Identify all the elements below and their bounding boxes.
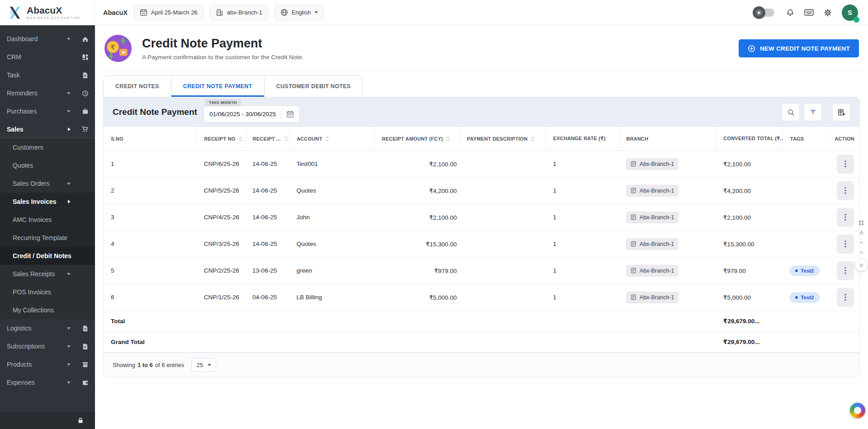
sidebar-item-my-collections[interactable]: My Collections bbox=[0, 301, 95, 319]
sidebar-item-customers[interactable]: Customers bbox=[0, 138, 95, 156]
column-header-action: ACTION bbox=[827, 127, 859, 151]
sidebar-item-subscriptions[interactable]: Subscriptions bbox=[0, 337, 95, 355]
chevron-right-icon bbox=[68, 127, 72, 131]
sidebar-item-logistics[interactable]: Logistics bbox=[0, 319, 95, 337]
tag-label: Test2 bbox=[801, 268, 814, 273]
logo-mark-icon bbox=[7, 5, 23, 20]
table-settings-icon bbox=[838, 108, 845, 116]
scroll-up-button[interactable] bbox=[859, 240, 864, 245]
row-actions-button[interactable] bbox=[837, 235, 854, 254]
filter-bar: Credit Note Payment THIS MONTH 01/06/202… bbox=[104, 97, 859, 127]
sidebar-item-purchases[interactable]: Purchases bbox=[0, 102, 95, 120]
page-header: ₹ Credit Note Payment A Payment confirma… bbox=[103, 25, 860, 71]
branch-building-icon bbox=[631, 294, 636, 300]
column-header-account[interactable]: ACCOUNT bbox=[289, 127, 374, 151]
sidebar-item-sales-receipts[interactable]: Sales Receipts bbox=[0, 265, 95, 283]
chevron-down-icon bbox=[67, 363, 71, 368]
sidebar-item-reminders[interactable]: Reminders bbox=[0, 84, 95, 102]
branch-chip: Abx-Branch-1 bbox=[626, 212, 678, 223]
app-logo[interactable]: AbacuX BUSINESS ACCOUNTING bbox=[0, 0, 95, 25]
branch-selector[interactable]: abx-Branch-1 bbox=[210, 5, 268, 20]
sidebar-item-dashboard[interactable]: Dashboard bbox=[0, 30, 95, 48]
row-actions-button[interactable] bbox=[837, 155, 854, 174]
row-actions-button[interactable] bbox=[837, 181, 854, 200]
column-header-converted-total: CONVERTED TOTAL (₹... bbox=[716, 127, 783, 151]
sidebar-item-credit-debit-notes[interactable]: Credit / Debit Notes bbox=[0, 247, 95, 265]
scroll-bottom-button[interactable] bbox=[855, 259, 867, 271]
sidebar-item-products[interactable]: Products bbox=[0, 355, 95, 373]
user-avatar[interactable]: S bbox=[842, 5, 858, 21]
sidebar-item-label: Reminders bbox=[7, 90, 38, 97]
table-header-row: S.NORECEIPT NORECEIPT ...ACCOUNTRECEIPT … bbox=[104, 127, 859, 151]
sidebar-item-expenses[interactable]: Expenses bbox=[0, 373, 95, 391]
sidebar-item-label: Sales Invoices bbox=[13, 198, 57, 205]
file-icon bbox=[82, 343, 89, 350]
sidebar-item-sales-invoices[interactable]: Sales Invoices bbox=[0, 193, 95, 211]
sidebar-item-label: Logistics bbox=[7, 325, 31, 332]
sort-arrows-icon bbox=[446, 136, 450, 142]
chevron-down-icon bbox=[67, 110, 71, 114]
search-icon bbox=[787, 108, 795, 116]
sidebar-item-label: Quotes bbox=[13, 162, 33, 169]
notifications-bell-icon[interactable] bbox=[786, 9, 794, 17]
column-header-tags: TAGS bbox=[783, 127, 827, 151]
sidebar-item-label: POS Invoices bbox=[13, 288, 51, 296]
table-footer: Showing 1 to 6 of 6 entries 25 bbox=[104, 353, 859, 377]
language-selector[interactable]: English bbox=[275, 5, 324, 20]
sidebar-menu: DashboardCRMTaskRemindersPurchasesSalesC… bbox=[0, 25, 95, 412]
sidebar-item-sales[interactable]: Sales bbox=[0, 120, 95, 138]
file-icon bbox=[82, 72, 89, 79]
grid-handle-icon[interactable] bbox=[859, 220, 864, 226]
branch-chip-label: Abx-Branch-1 bbox=[640, 241, 674, 247]
column-header-receipt[interactable]: RECEIPT ... bbox=[245, 127, 289, 151]
scroll-down-button[interactable] bbox=[859, 250, 864, 255]
date-range-picker[interactable]: THIS MONTH 01/06/2025 - 30/06/2025 bbox=[204, 105, 300, 123]
sidebar-item-quotes[interactable]: Quotes bbox=[0, 156, 95, 174]
scroll-top-button[interactable] bbox=[859, 230, 864, 236]
column-header-receipt-amount-fcy[interactable]: RECEIPT AMOUNT (FCY) bbox=[374, 127, 460, 151]
row-actions-button[interactable] bbox=[837, 288, 854, 307]
column-header-receipt-no[interactable]: RECEIPT NO bbox=[197, 127, 245, 151]
sidebar-item-task[interactable]: Task bbox=[0, 66, 95, 84]
sidebar-item-label: Dashboard bbox=[7, 35, 38, 42]
sidebar-item-recurring-template[interactable]: Recurring Template bbox=[0, 229, 95, 247]
grand-total-row-value: ₹29,679.00... bbox=[716, 331, 783, 352]
total-row: Total₹29,679.00... bbox=[104, 311, 859, 331]
sidebar-item-amc-invoices[interactable]: AMC Invoices bbox=[0, 211, 95, 229]
online-status-dot bbox=[854, 17, 859, 23]
column-header-branch: BRANCH bbox=[619, 127, 716, 151]
sidebar-item-sales-orders[interactable]: Sales Orders bbox=[0, 174, 95, 193]
branch-chip-label: Abx-Branch-1 bbox=[640, 188, 674, 194]
sidebar-item-label: Task bbox=[7, 71, 20, 79]
sidebar-item-pos-invoices[interactable]: POS Invoices bbox=[0, 283, 95, 301]
briefcase-icon bbox=[82, 108, 89, 115]
tab-customer-debit-notes[interactable]: CUSTOMER DEBIT NOTES bbox=[265, 76, 363, 97]
range-preset-badge: THIS MONTH bbox=[205, 99, 241, 106]
page-size-select[interactable]: 25 bbox=[191, 358, 216, 372]
row-actions-button[interactable] bbox=[837, 208, 854, 227]
building-icon bbox=[216, 9, 223, 16]
lock-icon[interactable] bbox=[77, 417, 84, 424]
branch-chip: Abx-Branch-1 bbox=[626, 265, 678, 277]
column-header-payment-description[interactable]: PAYMENT DESCRIPTION bbox=[460, 127, 546, 151]
sort-arrows-icon bbox=[284, 136, 288, 142]
settings-gear-icon[interactable] bbox=[824, 9, 832, 17]
sidebar-item-crm[interactable]: CRM bbox=[0, 48, 95, 66]
branch-chip-label: Abx-Branch-1 bbox=[640, 294, 674, 301]
search-button[interactable] bbox=[782, 103, 800, 121]
keyboard-shortcuts-icon[interactable] bbox=[804, 9, 814, 16]
filter-button[interactable] bbox=[804, 103, 822, 121]
column-settings-button[interactable] bbox=[832, 103, 850, 121]
column-header-s-no: S.NO bbox=[104, 127, 197, 151]
cart-icon bbox=[81, 126, 89, 133]
floating-brand-bubble[interactable] bbox=[850, 403, 865, 418]
main-content: ₹ Credit Note Payment A Payment confirma… bbox=[95, 25, 868, 429]
sort-arrows-icon bbox=[325, 136, 329, 142]
theme-toggle[interactable] bbox=[754, 9, 774, 17]
fiscal-year-selector[interactable]: FY April 25-March 26 bbox=[134, 5, 204, 20]
sidebar-bottom-bar bbox=[0, 412, 95, 429]
tab-credit-note-payment[interactable]: CREDIT NOTE PAYMENT bbox=[171, 76, 265, 97]
tab-credit-notes[interactable]: CREDIT NOTES bbox=[104, 76, 171, 97]
new-credit-note-payment-button[interactable]: NEW CREDIT NOTE PAYMENT bbox=[739, 39, 859, 57]
row-actions-button[interactable] bbox=[837, 261, 854, 280]
